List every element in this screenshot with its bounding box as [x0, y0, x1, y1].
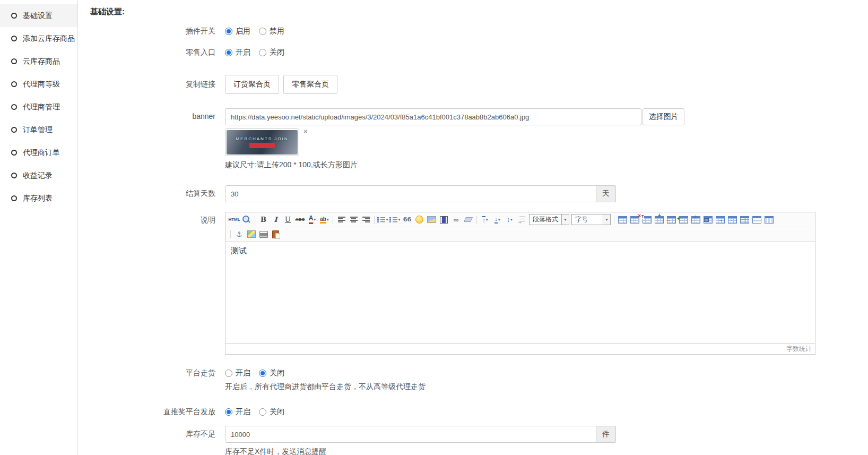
low-stock-label: 库存不足: [90, 426, 225, 455]
circle-icon: [11, 127, 17, 133]
choose-image-button[interactable]: 选择图片: [643, 108, 684, 125]
paragraph-format-select[interactable]: 段落格式▾: [529, 214, 569, 225]
radio-label: 启用: [236, 27, 250, 36]
banner-url-input[interactable]: [225, 108, 641, 125]
circle-icon: [11, 104, 17, 110]
unordered-list-icon[interactable]: [389, 214, 401, 225]
sidebar-item-income-record[interactable]: 收益记录: [0, 164, 77, 187]
radio-label: 禁用: [270, 27, 284, 36]
circle-icon: [11, 58, 17, 64]
preview-icon[interactable]: [241, 214, 252, 225]
cell-props-icon[interactable]: [702, 214, 714, 225]
chevron-down-icon[interactable]: ▾: [603, 214, 610, 225]
link-icon[interactable]: [450, 214, 462, 225]
page: 基础设置添加云库存商品云库存商品代理商等级代理商管理订单管理代理商订单收益记录库…: [0, 0, 868, 455]
unlink-icon[interactable]: [463, 214, 474, 225]
html-source-icon[interactable]: [229, 214, 240, 225]
highlight-icon[interactable]: [319, 214, 330, 225]
align-center-icon[interactable]: [348, 214, 359, 225]
col-delete-icon[interactable]: [690, 214, 701, 225]
line-height-icon[interactable]: [504, 214, 515, 225]
sidebar-item-agent-order[interactable]: 代理商订单: [0, 141, 77, 164]
radio-unchecked-icon[interactable]: [259, 408, 266, 416]
radio-option[interactable]: 开启: [225, 368, 250, 378]
banner-thumbnail-red-button: [249, 143, 275, 148]
radio-label: 开启: [236, 48, 250, 57]
merge-down-icon[interactable]: [727, 214, 738, 225]
banner-thumbnail: MERCHANTS JOIN: [225, 128, 299, 156]
table-insert-icon[interactable]: [617, 214, 628, 225]
underline-icon[interactable]: [282, 214, 293, 225]
align-right-icon[interactable]: [360, 214, 371, 225]
insert-image-icon[interactable]: [426, 214, 437, 225]
emoticon-icon[interactable]: [414, 214, 425, 225]
copy-link-button-0[interactable]: 订货聚合页: [225, 75, 279, 94]
sidebar-item-basic-settings[interactable]: 基础设置: [0, 4, 77, 27]
indent-icon[interactable]: [516, 214, 527, 225]
radio-checked-icon[interactable]: [225, 49, 232, 56]
font-size-select[interactable]: 字号▾: [571, 214, 611, 225]
merge-right-icon[interactable]: [715, 214, 726, 225]
paragraph-format-select-label: 段落格式: [530, 214, 561, 225]
low-stock-input[interactable]: [225, 426, 596, 443]
low-stock-hint: 库存不足X件时，发送消息提醒: [225, 447, 868, 455]
row-delete-icon[interactable]: [666, 214, 677, 225]
paste-icon[interactable]: [270, 229, 281, 239]
editor-toolbar-row1: 段落格式▾字号▾: [225, 212, 815, 227]
radio-option[interactable]: 启用: [225, 27, 250, 36]
radio-option[interactable]: 关闭: [259, 48, 284, 57]
blockquote-icon[interactable]: [402, 214, 413, 225]
sidebar-item-label: 收益记录: [23, 171, 53, 181]
radio-unchecked-icon[interactable]: [259, 28, 266, 35]
radio-option[interactable]: 开启: [225, 48, 250, 57]
italic-icon[interactable]: [270, 214, 281, 225]
settle-days-unit: 天: [596, 185, 616, 202]
radio-unchecked-icon[interactable]: [225, 370, 232, 377]
bold-icon[interactable]: [258, 214, 269, 225]
radio-option[interactable]: 关闭: [259, 368, 284, 378]
form-row-description: 说明 段落格式▾字号▾ 测试 字数统计: [90, 212, 868, 355]
align-left-icon[interactable]: [336, 214, 347, 225]
sidebar-item-agent-manage[interactable]: 代理商管理: [0, 96, 77, 118]
map-icon[interactable]: [246, 229, 257, 239]
editor-content[interactable]: 测试: [225, 242, 815, 344]
table-grid-icon[interactable]: [739, 214, 750, 225]
table-props-icon[interactable]: [641, 214, 653, 225]
anchor-icon[interactable]: [233, 229, 245, 239]
low-stock-unit: 件: [596, 426, 616, 443]
settle-days-input[interactable]: [225, 185, 596, 202]
sidebar-item-label: 代理商订单: [23, 148, 60, 158]
radio-option[interactable]: 禁用: [259, 27, 284, 36]
sidebar-item-cloud-stock-goods[interactable]: 云库存商品: [0, 50, 77, 73]
sidebar-item-agent-level[interactable]: 代理商等级: [0, 73, 77, 96]
row-insert-icon[interactable]: [654, 214, 665, 225]
radio-checked-icon[interactable]: [259, 370, 266, 377]
radio-checked-icon[interactable]: [225, 28, 232, 35]
radio-checked-icon[interactable]: [225, 408, 232, 416]
col-insert-icon[interactable]: [678, 214, 689, 225]
radio-unchecked-icon[interactable]: [259, 49, 266, 56]
remove-image-icon[interactable]: ×: [303, 128, 308, 135]
strikethrough-icon[interactable]: [294, 214, 306, 225]
sidebar-item-order-manage[interactable]: 订单管理: [0, 118, 77, 141]
table-cols-icon[interactable]: [763, 214, 775, 225]
copy-link-button-1[interactable]: 零售聚合页: [283, 75, 337, 94]
platform-ship-label: 平台走货: [90, 368, 225, 392]
ordered-list-icon[interactable]: [377, 214, 388, 225]
banner-hint: 建议尺寸:请上传200 * 100,或长方形图片: [225, 160, 868, 170]
banner-thumbnail-image: MERCHANTS JOIN: [227, 130, 298, 154]
table-delete-icon[interactable]: [629, 214, 640, 225]
insert-media-icon[interactable]: [438, 214, 449, 225]
radio-option[interactable]: 开启: [225, 407, 250, 417]
margin-bottom-icon[interactable]: [492, 214, 503, 225]
chevron-down-icon[interactable]: ▾: [561, 214, 569, 225]
table-rows-icon[interactable]: [751, 214, 762, 225]
font-color-icon[interactable]: [307, 214, 318, 225]
margin-top-icon[interactable]: [480, 214, 491, 225]
main-content: 基础设置: 插件开关 启用禁用 零售入口 开启关闭 复制链接 订货聚合页零售聚合…: [78, 0, 868, 455]
sidebar-item-add-cloud-stock-goods[interactable]: 添加云库存商品: [0, 27, 77, 50]
radio-option[interactable]: 关闭: [259, 407, 284, 417]
print-icon[interactable]: [258, 229, 269, 239]
copy-link-buttons: 订货聚合页零售聚合页: [225, 75, 868, 94]
sidebar-item-stock-list[interactable]: 库存列表: [0, 187, 77, 210]
